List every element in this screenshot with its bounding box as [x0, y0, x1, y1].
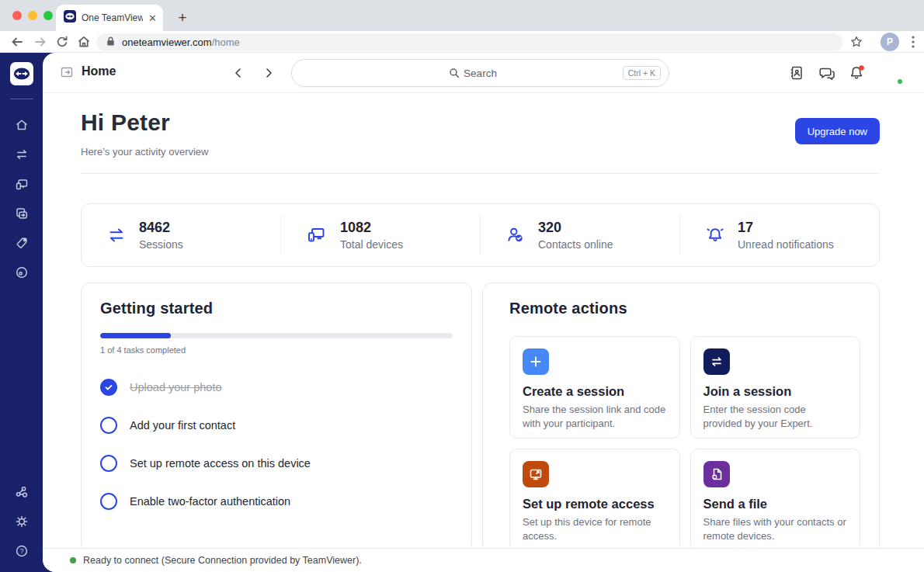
task-upload-photo[interactable]: Upload your photo — [100, 368, 453, 406]
task-add-contact[interactable]: Add your first contact — [100, 406, 453, 444]
progress-fill — [100, 333, 171, 338]
task-enable-2fa[interactable]: Enable two-factor authentication — [100, 482, 453, 520]
teamviewer-favicon-icon — [64, 10, 76, 26]
stat-contacts-online: 320Contacts online — [480, 215, 679, 255]
url-text[interactable]: oneteamviewer.com/home — [122, 36, 240, 48]
gear-icon — [14, 514, 30, 529]
home-content: Hi Peter Here’s your activity overview U… — [43, 93, 924, 548]
help-icon: ? — [14, 543, 30, 559]
sidebar-item-help[interactable]: ? — [7, 536, 36, 566]
greeting-subtitle: Here’s your activity overview — [81, 146, 208, 158]
sidebar-item-home[interactable] — [7, 110, 36, 140]
home-chrome-icon[interactable] — [76, 34, 92, 50]
stats-card: 8462Sessions 1082Total devices 320Contac… — [81, 203, 880, 267]
connection-status-text: Ready to connect (Secure Connection prov… — [83, 555, 362, 566]
ready-status-dot-icon — [70, 557, 76, 563]
getting-started-card: Getting started 1 of 4 tasks completed U… — [81, 283, 472, 548]
home-icon — [14, 117, 30, 133]
radio-circle-icon[interactable] — [100, 455, 117, 472]
browser-menu-icon[interactable] — [905, 34, 921, 50]
svg-text:?: ? — [19, 547, 23, 555]
close-window-button[interactable] — [12, 11, 22, 20]
task-label: Enable two-factor authentication — [130, 495, 290, 508]
radio-circle-icon[interactable] — [100, 417, 117, 434]
progress-label: 1 of 4 tasks completed — [100, 345, 453, 355]
check-circle-icon[interactable] — [100, 379, 117, 396]
browser-tab[interactable]: One TeamViewer ✕ — [56, 5, 163, 31]
zoom-window-button[interactable] — [43, 11, 53, 20]
stat-sessions: 8462Sessions — [82, 215, 280, 255]
minimize-window-button[interactable] — [28, 11, 37, 20]
bookmark-star-icon[interactable] — [849, 35, 863, 52]
join-session-tile[interactable]: Join a session Enter the session code pr… — [690, 336, 861, 439]
user-avatar[interactable] — [880, 61, 903, 85]
task-setup-remote-access[interactable]: Set up remote access on this device — [100, 444, 453, 482]
nav-forward-icon[interactable] — [261, 65, 276, 81]
tile-description: Share the session link and code with you… — [523, 403, 667, 431]
teamviewer-logo[interactable] — [10, 62, 33, 88]
stat-value: 17 — [738, 220, 834, 236]
forward-icon[interactable] — [33, 34, 48, 50]
collapse-sidebar-icon[interactable] — [60, 65, 74, 82]
tile-title: Set up remote access — [523, 497, 667, 511]
app-window: ? Home — [0, 53, 924, 572]
sessions-icon — [105, 224, 128, 247]
sidebar-item-devices[interactable] — [7, 169, 36, 199]
window-controls[interactable] — [12, 11, 53, 20]
tab-close-icon[interactable]: ✕ — [148, 13, 157, 23]
nav-back-icon[interactable] — [231, 65, 246, 81]
search-input[interactable] — [292, 60, 669, 86]
sidebar-divider — [10, 99, 33, 99]
browser-profile-avatar[interactable]: P — [881, 33, 899, 51]
contacts-online-icon — [504, 224, 527, 247]
stat-total-devices: 1082Total devices — [280, 215, 480, 255]
sidebar-item-connections[interactable] — [7, 477, 36, 507]
app-header: Home Ctrl + K — [43, 53, 924, 93]
page-title: Home — [82, 64, 116, 78]
getting-started-title: Getting started — [100, 300, 453, 317]
sidebar-item-settings[interactable] — [7, 507, 36, 536]
sessions-icon — [14, 147, 30, 162]
tile-description: Enter the session code provided by your … — [703, 403, 848, 431]
reload-icon[interactable] — [54, 34, 70, 50]
remote-actions-title: Remote actions — [509, 300, 860, 317]
sidebar-item-remote-management[interactable] — [7, 199, 36, 228]
sidebar-item-monitoring[interactable] — [7, 258, 36, 287]
setup-remote-access-tile[interactable]: Set up remote access Set up this device … — [509, 449, 680, 548]
devices-icon — [14, 176, 30, 192]
send-file-tile[interactable]: Send a file Share files with your contac… — [690, 449, 861, 548]
chat-icon[interactable] — [818, 64, 835, 81]
tile-title: Send a file — [703, 497, 848, 511]
lock-icon — [106, 36, 116, 50]
upgrade-now-button[interactable]: Upgrade now — [795, 118, 880, 144]
left-sidebar: ? — [0, 53, 43, 572]
create-session-tile[interactable]: Create a session Share the session link … — [509, 336, 680, 439]
contacts-book-icon[interactable] — [788, 64, 805, 81]
online-status-dot — [896, 78, 904, 85]
devices-icon — [304, 224, 329, 247]
tab-title: One TeamViewer — [82, 12, 143, 23]
stat-value: 8462 — [139, 220, 183, 236]
sidebar-item-licenses[interactable] — [7, 228, 36, 258]
search-bar[interactable]: Ctrl + K — [291, 59, 669, 87]
screen: One TeamViewer ✕ + oneteamviewer. — [0, 0, 924, 572]
connection-status-bar: Ready to connect (Secure Connection prov… — [43, 548, 924, 572]
remote-monitor-icon — [523, 461, 549, 487]
remote-actions-card: Remote actions Create a session Share th… — [482, 283, 880, 548]
progress-bar — [100, 333, 453, 338]
tile-description: Share files with your contacts or remote… — [703, 515, 848, 543]
back-icon[interactable] — [9, 34, 25, 50]
sidebar-item-sessions[interactable] — [7, 140, 36, 169]
remote-management-icon — [14, 206, 30, 221]
stat-unread-notifications: 17Unread notifications — [679, 215, 879, 255]
radio-circle-icon[interactable] — [100, 493, 117, 510]
new-tab-button[interactable]: + — [174, 9, 191, 26]
license-tag-icon — [14, 235, 30, 251]
main-panel: Home Ctrl + K — [43, 53, 924, 572]
remote-actions-grid: Create a session Share the session link … — [509, 336, 860, 548]
notifications-bell-icon[interactable] — [848, 64, 865, 81]
address-bar[interactable]: oneteamviewer.com/home — [96, 33, 842, 51]
stat-value: 1082 — [340, 220, 403, 236]
task-label: Add your first contact — [130, 419, 235, 432]
browser-toolbar: oneteamviewer.com/home P — [0, 31, 924, 53]
